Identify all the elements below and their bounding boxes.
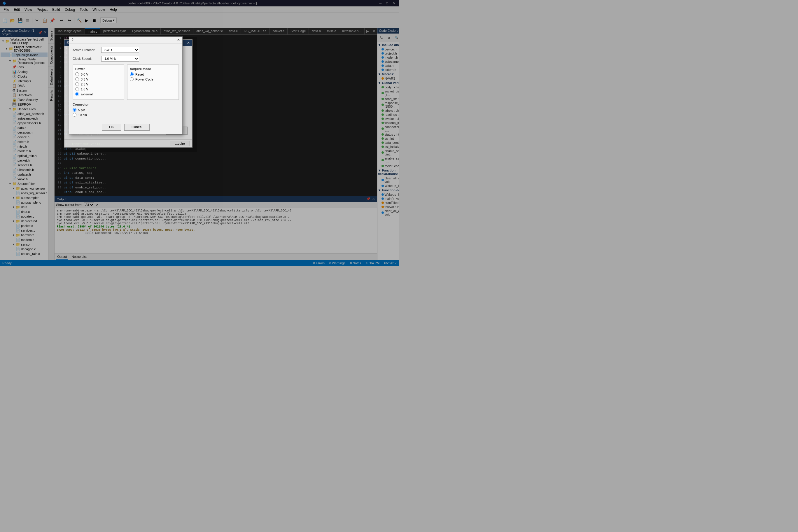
power-ext-label: External: [81, 93, 93, 96]
debug-config-titlebar: ? ✕: [69, 37, 182, 43]
protocol-select[interactable]: SWD JTAG: [101, 47, 139, 53]
power-1v8-label: 1.8 V: [81, 88, 88, 91]
protocol-row: Active Protocol: SWD JTAG: [73, 47, 179, 53]
acquire-reset-row: Reset: [130, 72, 176, 76]
power-2v5-radio[interactable]: [75, 82, 79, 86]
power-5v-radio[interactable]: [75, 72, 79, 76]
connector-5pin-row: 5 pin: [73, 108, 179, 112]
clock-speed-label: Clock Speed:: [73, 57, 99, 60]
sdd-acquire-button[interactable]: ...quire: [170, 141, 190, 146]
connector-10pin-radio[interactable]: [73, 113, 76, 117]
power-label: Power: [75, 67, 121, 71]
power-3v-label: 3.3 V: [81, 78, 88, 81]
connector-10pin-row: 10 pin: [73, 113, 179, 117]
acquire-power-cycle-row: Power Cycle: [130, 77, 176, 81]
acquire-reset-label: Reset: [135, 73, 144, 76]
connector-5pin-radio[interactable]: [73, 108, 76, 112]
power-5v-label: 5.0 V: [81, 73, 88, 76]
power-3v-row: 3.3 V: [75, 77, 121, 81]
sdd-close-icon[interactable]: ✕: [187, 41, 190, 45]
dcd-close-icon[interactable]: ✕: [177, 38, 180, 42]
power-2v5-row: 2.5 V: [75, 82, 121, 86]
power-2v5-label: 2.5 V: [81, 82, 88, 86]
acquire-mode-group: Acquire Mode Reset Power Cycle: [127, 64, 179, 100]
power-ext-radio[interactable]: [75, 92, 79, 96]
debug-config-body: Active Protocol: SWD JTAG Clock Speed: 1…: [69, 43, 182, 121]
connector-5pin-label: 5 pin: [78, 108, 85, 112]
dcd-help-icon[interactable]: ?: [72, 38, 74, 42]
debug-config-buttons: OK Cancel: [69, 121, 182, 134]
power-3v-radio[interactable]: [75, 77, 79, 81]
ok-button[interactable]: OK: [102, 124, 121, 131]
clock-speed-select[interactable]: 1.6 MHz 3.2 MHz 0.8 MHz: [101, 56, 139, 61]
acquire-power-cycle-label: Power Cycle: [135, 78, 153, 81]
acquire-reset-radio[interactable]: [130, 72, 134, 76]
power-acquire-groups: Power 5.0 V 3.3 V 2.5 V: [73, 64, 179, 100]
power-group: Power 5.0 V 3.3 V 2.5 V: [73, 64, 124, 100]
cancel-button[interactable]: Cancel: [124, 124, 150, 131]
power-5v-row: 5.0 V: [75, 72, 121, 76]
debug-config-dialog[interactable]: ? ✕ Active Protocol: SWD JTAG Clock Spee…: [69, 36, 183, 134]
connector-10pin-label: 10 pin: [78, 113, 87, 117]
sdd-footer: ...quire: [64, 139, 192, 147]
power-ext-row: External: [75, 92, 121, 96]
power-1v8-row: 1.8 V: [75, 87, 121, 91]
clock-speed-row: Clock Speed: 1.6 MHz 3.2 MHz 0.8 MHz: [73, 56, 179, 61]
connector-section: Connector 5 pin 10 pin: [73, 103, 179, 117]
acquire-power-cycle-radio[interactable]: [130, 77, 134, 81]
dialog-overlay: Select D... ✕ Select ...quire ? ✕ Active…: [0, 0, 399, 266]
acquire-mode-label: Acquire Mode: [130, 67, 176, 71]
connector-label: Connector: [73, 103, 179, 106]
power-1v8-radio[interactable]: [75, 87, 79, 91]
protocol-label: Active Protocol:: [73, 48, 99, 52]
